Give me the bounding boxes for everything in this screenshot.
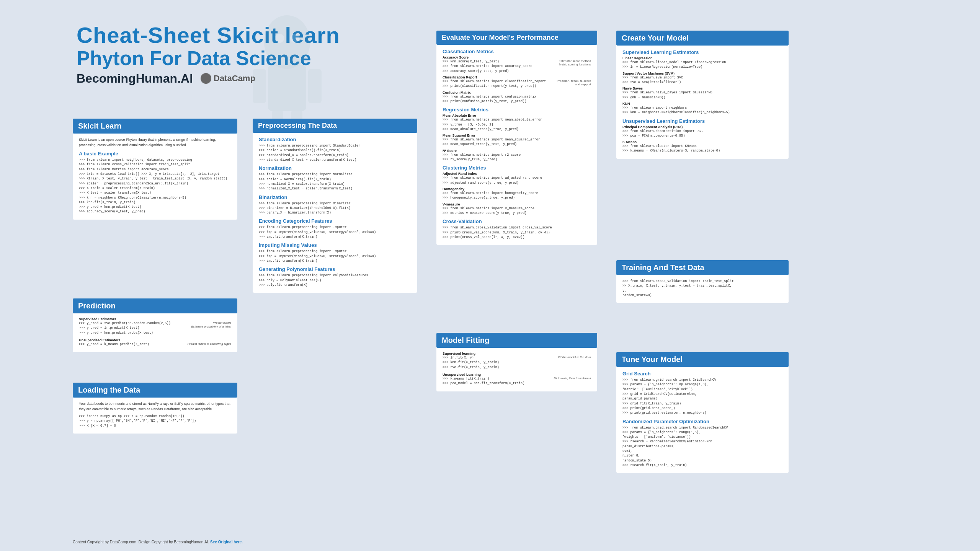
code-line: >>> accuracy_score(y_test, y_pred) [79, 209, 231, 214]
fitting-unsupervised-title: Unsupervised Learning [443, 373, 591, 377]
code-line: >>> knn = neighbors.KNeighborsClassifier… [79, 196, 231, 200]
unsupervised-learning-estimators-title: Unsupervised Learning Estimators [622, 118, 782, 124]
skicit-code-block: >>> from sklearn import neighbors, datas… [79, 158, 231, 214]
footer-text: Content Copyright by DataCamp.com. Desig… [73, 540, 209, 544]
accuracy-title: Accuracy Score [443, 55, 591, 59]
code-line: >>> iris = datasets.load_iris() >>> X, y… [79, 172, 231, 176]
panel-evaluate: Evaluate Your Model's Performance Classi… [436, 31, 597, 245]
kmeans-title: K Means [622, 140, 782, 144]
panel-fitting: Model Fitting Supervised learning >>> lr… [436, 333, 597, 391]
code-line: >>> binary_X = binarizer.transform(X) [259, 210, 411, 215]
fitting-unsupervised-code: >>> k_means.fit(X_train) >>> pca_model =… [443, 377, 524, 386]
code-line: >>> X [X < 0.7] = 0 [79, 424, 231, 428]
code-line: >>> from sklearn.cross_validation import… [79, 162, 231, 167]
imputing-title: Imputing Missing Values [259, 242, 411, 248]
homogeneity-title: Homogeneity [443, 187, 591, 191]
panel-prediction-header: Prediction [73, 298, 237, 313]
panel-create: Create Your Model Supervised Learning Es… [616, 31, 789, 159]
clustering-metrics-title: Clustering Metrics [443, 165, 591, 171]
r2-title: R² Score [443, 149, 591, 153]
svg-rect-1 [268, 65, 306, 111]
mae-title: Mean Absolute Error [443, 114, 591, 117]
code-line: >>> from sklearn.preprocessing import St… [259, 143, 411, 148]
knn-title: KNN [622, 102, 782, 106]
code-line: >>> y_pred = knn.predict_proba(X_test) [79, 331, 231, 335]
code-line: >>> imp.fit_transform(X_train) [259, 235, 411, 239]
code-line: >>> imp = Imputer(missing_values=0, stra… [259, 254, 411, 259]
code-line: >>> y = np.array(['PH','8M','F','F','NI'… [79, 419, 231, 423]
svg-point-7 [290, 34, 299, 43]
panel-training-header: Training And Test Data [616, 260, 789, 275]
report-code: >>> from sklearn.metrics import classifi… [443, 79, 546, 89]
unsupervised-block: >>> y_pred = k_means.predict(X_test) Pre… [79, 342, 231, 347]
panel-skicit-learn: Skicit Learn Skicit Learn is an open sou… [73, 119, 237, 220]
brand-name: BecomingHuman.AI [77, 72, 193, 86]
code-line: >>> from sklearn.preprocessing import Im… [259, 249, 411, 254]
panel-create-header: Create Your Model [616, 31, 789, 46]
unsupervised-note: Predict labels in clustering algos [188, 342, 231, 346]
robot-figure [230, 11, 345, 126]
panel-training: Training And Test Data >>> from sklearn.… [616, 260, 789, 303]
unsupervised-estimators-label: Unsupervised Estimators [79, 338, 231, 342]
svg-rect-3 [308, 69, 322, 103]
code-line: >>> standardized_X = scaler.transform(X_… [259, 153, 411, 158]
supervised-estimators-label: Supervised Estimators [79, 317, 231, 321]
confusion-title: Confusion Matrix [443, 91, 591, 95]
fitting-unsupervised-block: >>> k_means.fit(X_train) >>> pca_model =… [443, 377, 591, 386]
code-line: >>> binarizer = Binarizer(threshold=0.0)… [259, 206, 411, 210]
fitting-supervised-block: >>> lr.fit(X, y) >>> knn.fit(X_train, y_… [443, 355, 591, 370]
polynomial-title: Generating Polynomial Features [259, 266, 411, 272]
code-line: >>> from sklearn.preprocessing import Im… [259, 225, 411, 230]
code-line: >>> from sklearn.preprocessing import No… [259, 172, 411, 177]
fitting-supervised-note: Fit the model to the data [558, 355, 591, 370]
code-line: >>> scaler = preprocessing.StandardScale… [79, 181, 231, 186]
code-line: >>> y_pred = k_means.predict(X_test) [79, 342, 149, 347]
code-line: >>> imp = Imputer(missing_values=0, stra… [259, 230, 411, 235]
code-line: >>> imp.fit_transform(X_train) [259, 259, 411, 263]
svg-point-0 [264, 15, 310, 69]
regression-metrics-title: Regression Metrics [443, 107, 591, 112]
code-line: >>> from sklearn.preprocessing import Bi… [259, 201, 411, 206]
code-line: >>> X train = scaler.transform(X train) [79, 186, 231, 191]
panel-prediction: Prediction Supervised Estimators Predict… [73, 298, 237, 352]
standardization-title: Standardization [259, 137, 411, 142]
footer-link[interactable]: See Original here. [210, 540, 243, 544]
rand-title: Adjusted Rand Index [443, 172, 591, 176]
prediction-note-right: Predict labels Estimate probability of a… [191, 321, 232, 329]
pca-title: Principal Component Analysis (PCA) [622, 125, 782, 129]
panel-fitting-header: Model Fitting [436, 333, 597, 348]
code-line: >>> scaler = StandardScaler().fit(X_trai… [259, 148, 411, 153]
code-line: >>> normalized_X_test = scaler.transform… [259, 186, 411, 191]
svg-rect-2 [253, 69, 266, 103]
panel-evaluate-header: Evaluate Your Model's Performance [436, 31, 597, 45]
code-line: >>> from sklearn.preprocessing import Po… [259, 273, 411, 278]
panel-preprocessing-header: Preprocessing The Data [253, 119, 417, 133]
fitting-supervised-title: Supervised learning [443, 352, 591, 355]
supervised-block: Predict labels Estimate probability of a… [79, 321, 231, 335]
svg-point-6 [275, 34, 284, 43]
code-line: >>> knn.fit(X_train, y_train) [79, 200, 231, 205]
panel-tune-header: Tune Your Model [616, 352, 789, 367]
code-line: >>> X test = scaler.transform(X test) [79, 191, 231, 195]
code-line: >>> from sklearn.metrics import accuracy… [79, 167, 231, 172]
supervised-learning-title: Supervised Learning Estimators [622, 49, 782, 55]
skicit-intro: Skicit Learn is an open source Phyton li… [79, 137, 231, 148]
loading-intro: Your data beeds to be nnueric and stored… [79, 401, 231, 412]
binarization-title: Binarization [259, 194, 411, 200]
footer: Content Copyright by DataCamp.com. Desig… [73, 540, 243, 544]
svm-title: Support Vector Machines (SVM) [622, 72, 782, 75]
mse-title: Mean Squared Error [443, 134, 591, 137]
accuracy-block: >>> knn.score(X_test, y_test) >>> from s… [443, 59, 591, 73]
panel-skicit-header: Skicit Learn [73, 119, 237, 134]
code-line: >>> from sklearn import neighbors, datas… [79, 158, 231, 162]
gridsearch-title: Grid Search [622, 371, 782, 377]
code-line: >>> import numpy as np >>> X = np.random… [79, 414, 231, 419]
linear-title: Linear Regression [622, 56, 782, 60]
panel-loading: Loading the Data Your data beeds to be n… [73, 383, 237, 434]
fitting-supervised-code: >>> lr.fit(X, y) >>> knn.fit(X_train, y_… [443, 355, 499, 370]
code-line: >>> poly = PolynomialFeatures(5) [259, 278, 411, 283]
panel-preprocessing: Preprocessing The Data Standardization >… [253, 119, 417, 293]
panel-loading-header: Loading the Data [73, 383, 237, 398]
vmeasure-title: V-measure [443, 202, 591, 206]
naive-title: Naive Bayes [622, 86, 782, 90]
